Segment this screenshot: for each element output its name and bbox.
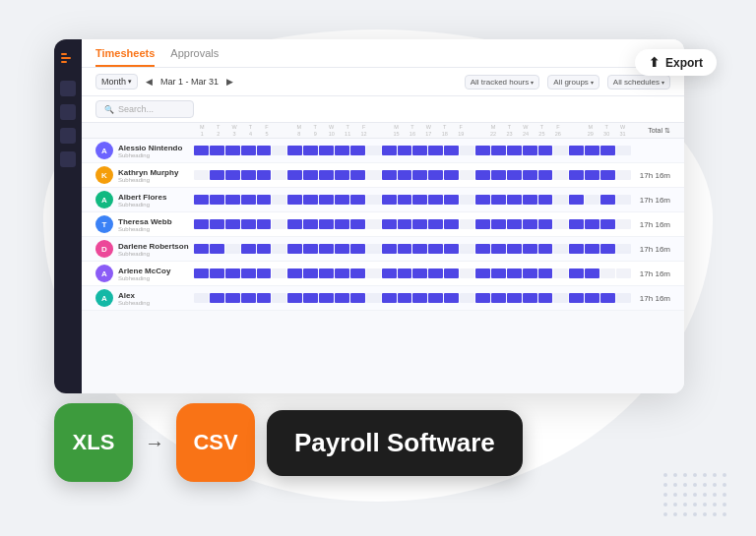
day-M1: M1 (194, 124, 210, 137)
dot-pattern (663, 473, 726, 516)
export-icon: ⬆ (649, 55, 660, 70)
time-block (585, 268, 599, 278)
filter-tracked-hours[interactable]: All tracked hours ▾ (465, 75, 540, 89)
time-block (538, 268, 553, 278)
days-letters-row: M1 T2 W3 T4 F5 M8 T9 W10 T11 F12 M15 T16… (194, 124, 631, 137)
time-block (382, 244, 397, 254)
filter-schedules-chevron: ▾ (662, 79, 664, 86)
time-block (428, 293, 443, 303)
day-T9: T9 (307, 124, 323, 137)
time-block (398, 293, 412, 303)
time-block (335, 170, 349, 180)
employee-name: Darlene Robertson (118, 242, 189, 251)
nav-next[interactable]: ▶ (226, 77, 233, 87)
tab-approvals[interactable]: Approvals (170, 47, 219, 67)
day-gap3 (469, 124, 484, 137)
app-logo-icon (60, 51, 76, 67)
search-box[interactable]: 🔍 Search... (95, 100, 194, 118)
time-block (428, 268, 443, 278)
time-block (210, 170, 224, 180)
time-block (225, 268, 240, 278)
time-block (616, 244, 631, 254)
time-block (553, 195, 568, 205)
time-block (287, 268, 302, 278)
day-T18: T18 (437, 124, 453, 137)
csv-button[interactable]: CSV (176, 403, 255, 482)
filter-groups[interactable]: All groups ▾ (547, 75, 599, 89)
time-block (491, 170, 506, 180)
time-block (460, 219, 474, 229)
time-block (350, 146, 365, 155)
payroll-badge: Payroll Software (267, 410, 523, 476)
table-row: DDarlene RobertsonSubheading17h 16m (82, 237, 684, 262)
time-block (303, 219, 318, 229)
time-block (194, 170, 209, 180)
time-block (569, 195, 584, 205)
sidebar-item-2[interactable] (60, 104, 76, 120)
day-F5: F5 (259, 124, 275, 137)
time-block (303, 293, 318, 303)
time-block (569, 293, 584, 303)
nav-tabs: Timesheets Approvals (95, 47, 670, 67)
time-block (194, 219, 209, 229)
time-block (412, 146, 427, 155)
time-block (444, 219, 459, 229)
csv-label: CSV (193, 430, 237, 455)
row-total: 17h 16m (631, 196, 670, 205)
time-block (475, 146, 490, 155)
sidebar-item-4[interactable] (60, 151, 76, 167)
filter-schedules[interactable]: All schedules ▾ (607, 75, 670, 89)
main-content: Timesheets Approvals Month ▾ ◀ Mar 1 - M… (82, 39, 684, 393)
time-block (553, 219, 568, 229)
time-block (398, 244, 412, 254)
time-bars (194, 268, 631, 278)
top-nav: Timesheets Approvals (82, 39, 684, 68)
arrow-connector: → (145, 432, 164, 454)
time-block (225, 146, 240, 155)
avatar: A (95, 142, 113, 159)
time-block (585, 244, 599, 254)
day-M8: M8 (291, 124, 307, 137)
time-block (319, 268, 334, 278)
sidebar-item-1[interactable] (60, 81, 76, 96)
time-block (523, 170, 537, 180)
time-block (444, 293, 459, 303)
sidebar-strip (54, 39, 82, 393)
time-block (585, 146, 599, 155)
time-block (366, 219, 381, 229)
sort-icon[interactable]: ⇅ (664, 127, 670, 135)
time-block (194, 195, 209, 205)
time-block (398, 170, 412, 180)
time-block (444, 170, 459, 180)
avatar: A (95, 289, 113, 307)
xls-button[interactable]: XLS (54, 403, 133, 482)
time-block (412, 170, 427, 180)
time-block (616, 219, 631, 229)
time-block (272, 244, 286, 254)
filter-schedules-label: All schedules (613, 78, 660, 87)
action-buttons: XLS → CSV Payroll Software (54, 403, 523, 482)
time-block (382, 146, 397, 155)
time-block (319, 244, 334, 254)
time-block (475, 293, 490, 303)
employee-name: Albert Flores (118, 193, 166, 202)
employee-name: Alessio Nintendo (118, 144, 182, 152)
time-block (257, 244, 272, 254)
time-block (241, 146, 256, 155)
time-block (491, 219, 506, 229)
time-block (319, 146, 334, 155)
period-select[interactable]: Month ▾ (95, 74, 138, 89)
nav-prev[interactable]: ◀ (146, 77, 153, 87)
time-block (194, 268, 209, 278)
export-bubble[interactable]: ⬆ Export (635, 49, 717, 76)
time-block (616, 170, 631, 180)
day-gap2 (372, 124, 388, 137)
time-block (335, 195, 349, 205)
time-block (507, 293, 522, 303)
tab-timesheets[interactable]: Timesheets (95, 47, 155, 67)
avatar: A (95, 265, 113, 282)
scene: ⬆ Export Timesheets (0, 0, 756, 536)
sidebar-item-3[interactable] (60, 128, 76, 144)
time-block (538, 293, 553, 303)
time-block (382, 195, 397, 205)
